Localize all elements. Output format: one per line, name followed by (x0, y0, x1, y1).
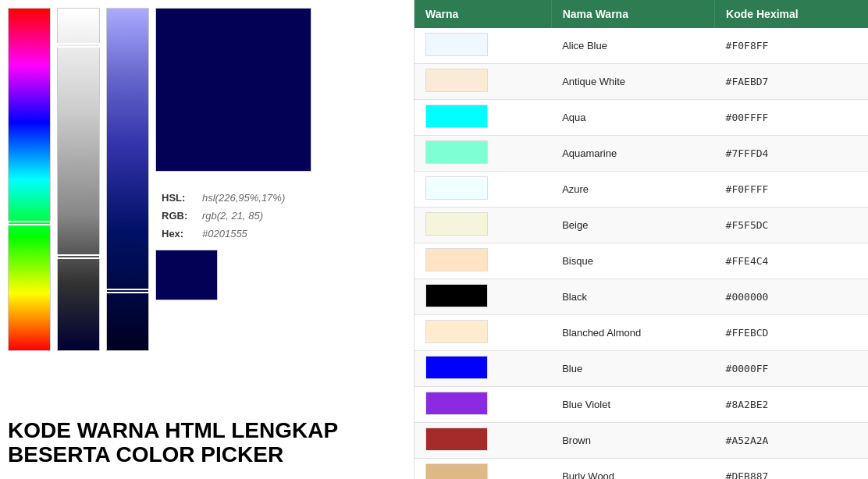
color-hex: #F0FFFF (715, 172, 868, 208)
hue-strip[interactable] (8, 8, 51, 351)
hsl-value: hsl(226,95%,17%) (197, 190, 290, 206)
table-body: Alice Blue#F0F8FFAntique White#FAEBD7Aqu… (414, 28, 868, 479)
heading-line2: BESERTA COLOR PICKER (8, 443, 406, 467)
color-swatch (425, 105, 488, 128)
color-hex: #FFEBCD (715, 315, 868, 351)
sv-indicator-bottom (56, 254, 101, 259)
color-swatch (425, 284, 488, 307)
color-table: Warna Nama Warna Kode Heximal Alice Blue… (414, 0, 868, 479)
color-preview-main (155, 8, 311, 172)
rgb-value: rgb(2, 21, 85) (197, 208, 290, 224)
table-row: Blue#0000FF (414, 351, 868, 387)
color-swatch (425, 320, 488, 343)
table-row: Bisque#FFE4C4 (414, 243, 868, 279)
sv-strip[interactable] (57, 8, 100, 351)
table-row: Aqua#00FFFF (414, 100, 868, 136)
color-info-table: HSL: hsl(226,95%,17%) RGB: rgb(2, 21, 85… (155, 188, 291, 243)
table-row: Blue Violet#8A2BE2 (414, 387, 868, 423)
color-swatch-cell (414, 136, 551, 172)
table-row: Blanched Almond#FFEBCD (414, 315, 868, 351)
color-hex: #7FFFD4 (715, 136, 868, 172)
color-swatch-cell (414, 28, 551, 64)
color-hex: #8A2BE2 (715, 387, 868, 423)
color-swatch-cell (414, 243, 551, 279)
color-swatch-cell (414, 315, 551, 351)
color-swatch (425, 33, 488, 56)
table-row: Beige#F5F5DC (414, 208, 868, 243)
color-swatch-cell (414, 172, 551, 208)
color-name: Antique White (551, 64, 714, 100)
color-hex: #DEB887 (715, 459, 868, 480)
color-swatch (425, 248, 488, 271)
color-name: Bisque (551, 243, 714, 279)
table-row: Brown#A52A2A (414, 423, 868, 459)
color-hex: #F5F5DC (715, 208, 868, 243)
color-preview: HSL: hsl(226,95%,17%) RGB: rgb(2, 21, 85… (155, 8, 406, 367)
color-swatch (425, 140, 488, 164)
color-hex: #A52A2A (715, 423, 868, 459)
header-row: Warna Nama Warna Kode Heximal (414, 0, 868, 28)
hsl-label: HSL: (157, 190, 196, 206)
color-hex: #00FFFF (715, 100, 868, 136)
hex-value: #0201555 (197, 225, 290, 242)
color-picker-area: HSL: hsl(226,95%,17%) RGB: rgb(2, 21, 85… (8, 8, 406, 367)
color-name: Burly Wood (551, 459, 714, 480)
color-swatch-cell (414, 423, 551, 459)
heading-line1: KODE WARNA HTML LENGKAP (8, 419, 406, 443)
table-row: Burly Wood#DEB887 (414, 459, 868, 480)
table-row: Aquamarine#7FFFD4 (414, 136, 868, 172)
color-swatch-cell (414, 208, 551, 243)
color-swatch-cell (414, 100, 551, 136)
color-hex: #F0F8FF (715, 28, 868, 64)
table-row: Black#000000 (414, 279, 868, 315)
heading-area: KODE WARNA HTML LENGKAP BESERTA COLOR PI… (8, 411, 406, 471)
sv-indicator-top (56, 43, 101, 48)
hue-indicator (7, 221, 52, 225)
color-hex: #0000FF (715, 351, 868, 387)
col-header-hex: Kode Heximal (715, 0, 868, 28)
color-swatch (425, 356, 488, 379)
color-swatch-cell (414, 279, 551, 315)
table-row: Antique White#FAEBD7 (414, 64, 868, 100)
rgb-label: RGB: (157, 208, 196, 224)
color-swatch-cell (414, 459, 551, 480)
color-name: Azure (551, 172, 714, 208)
table-row: Azure#F0FFFF (414, 172, 868, 208)
col-header-warna: Warna (414, 0, 551, 28)
color-hex: #FAEBD7 (715, 64, 868, 100)
table-row: Alice Blue#F0F8FF (414, 28, 868, 64)
right-panel[interactable]: Warna Nama Warna Kode Heximal Alice Blue… (414, 0, 868, 479)
color-preview-small (155, 250, 218, 300)
color-swatch (425, 463, 488, 479)
col-header-nama: Nama Warna (551, 0, 714, 28)
rgb-row: RGB: rgb(2, 21, 85) (157, 208, 290, 224)
color-hex: #000000 (715, 279, 868, 315)
hex-label: Hex: (157, 225, 196, 242)
blue-sv-strip[interactable] (106, 8, 149, 351)
color-name: Beige (551, 208, 714, 243)
color-name: Alice Blue (551, 28, 714, 64)
color-info-section: HSL: hsl(226,95%,17%) RGB: rgb(2, 21, 85… (155, 182, 406, 243)
hsl-row: HSL: hsl(226,95%,17%) (157, 190, 290, 206)
hex-row: Hex: #0201555 (157, 225, 290, 242)
color-name: Brown (551, 423, 714, 459)
table-header: Warna Nama Warna Kode Heximal (414, 0, 868, 28)
color-name: Blue Violet (551, 387, 714, 423)
color-swatch-cell (414, 351, 551, 387)
color-name: Aqua (551, 100, 714, 136)
color-swatch (425, 392, 488, 415)
color-name: Blanched Almond (551, 315, 714, 351)
color-name: Aquamarine (551, 136, 714, 172)
color-swatch-cell (414, 64, 551, 100)
color-name: Blue (551, 351, 714, 387)
color-hex: #FFE4C4 (715, 243, 868, 279)
left-panel: HSL: hsl(226,95%,17%) RGB: rgb(2, 21, 85… (0, 0, 414, 479)
color-swatch (425, 69, 488, 92)
color-swatch-cell (414, 387, 551, 423)
color-swatch (425, 176, 488, 200)
color-name: Black (551, 279, 714, 315)
color-swatch (425, 428, 488, 451)
blue-sv-indicator (105, 289, 150, 293)
color-swatch (425, 212, 488, 236)
preview-row (155, 250, 406, 300)
